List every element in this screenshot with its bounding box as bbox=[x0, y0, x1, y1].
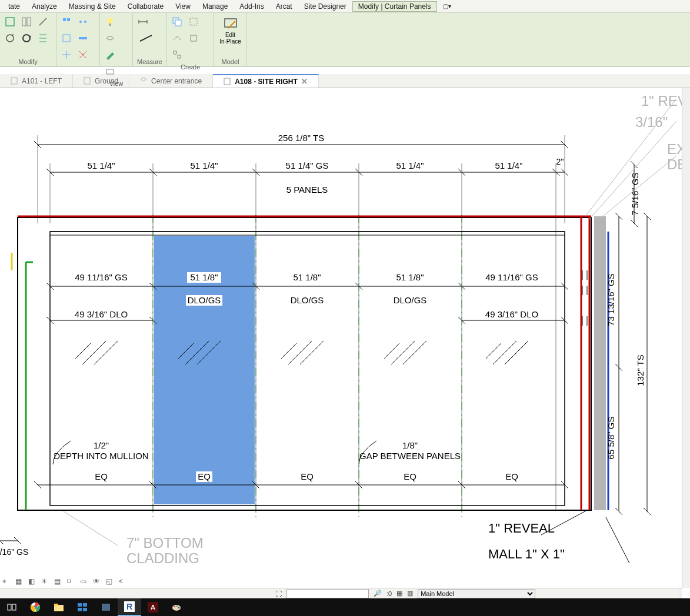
vertical-scrollbar[interactable] bbox=[682, 88, 690, 588]
svg-text:65 5/8" GS: 65 5/8" GS bbox=[606, 417, 616, 460]
svg-line-108 bbox=[64, 511, 118, 545]
menu-massing-site[interactable]: Massing & Site bbox=[63, 1, 122, 12]
doc-tab-a108[interactable]: A108 - SITE RIGHT ✕ bbox=[213, 74, 319, 88]
crop-region-icon[interactable]: ▭ bbox=[80, 577, 91, 587]
windows-taskbar: R A bbox=[0, 598, 690, 616]
svg-rect-116 bbox=[54, 604, 58, 606]
tool-icon[interactable] bbox=[186, 14, 201, 29]
tool-rotate[interactable] bbox=[19, 31, 34, 46]
sun-path-icon[interactable]: ☀ bbox=[41, 577, 52, 587]
menu-analyze[interactable]: Analyze bbox=[26, 1, 63, 12]
tool-icon[interactable] bbox=[75, 31, 91, 46]
svg-text:73 13/16" GS: 73 13/16" GS bbox=[606, 273, 616, 326]
svg-text:DLO/GS: DLO/GS bbox=[291, 295, 324, 305]
tool-lightbulb[interactable] bbox=[102, 14, 118, 29]
status-bar: ⛶ 🔎 :0 ▦ ▥ Main Model bbox=[271, 588, 678, 598]
edit-in-place-button[interactable]: Edit In-Place bbox=[218, 14, 244, 47]
status-bar-left bbox=[0, 588, 271, 598]
tool-icon[interactable] bbox=[75, 14, 91, 29]
tool-icon[interactable] bbox=[2, 14, 18, 29]
svg-text:GAP BETWEEN PANELS: GAP BETWEEN PANELS bbox=[359, 451, 461, 461]
tool-icon[interactable] bbox=[102, 31, 118, 46]
visual-style-icon[interactable]: ◧ bbox=[28, 577, 39, 587]
acrobat-icon[interactable]: A bbox=[141, 598, 165, 616]
menu-manage[interactable]: Manage bbox=[196, 1, 234, 12]
paint-icon[interactable] bbox=[165, 598, 188, 616]
doc-tab-center-entrance[interactable]: Center entrance bbox=[129, 74, 213, 88]
svg-text:51 1/8": 51 1/8" bbox=[190, 272, 218, 282]
menu-modify-curtain-panels[interactable]: Modify | Curtain Panels bbox=[352, 1, 437, 12]
menu-view[interactable]: View bbox=[169, 1, 196, 12]
tool-icon[interactable] bbox=[169, 31, 185, 46]
tool-measure[interactable] bbox=[135, 31, 159, 46]
tool-icon[interactable] bbox=[59, 14, 74, 29]
menu-annotate[interactable]: tate bbox=[2, 1, 26, 12]
app-icon[interactable] bbox=[71, 598, 94, 616]
svg-text:51 1/8": 51 1/8" bbox=[293, 272, 321, 282]
close-icon[interactable]: ✕ bbox=[301, 77, 308, 86]
svg-rect-1 bbox=[22, 18, 26, 26]
menu-arcat[interactable]: Arcat bbox=[270, 1, 298, 12]
svg-text:49 11/16" GS: 49 11/16" GS bbox=[75, 272, 128, 282]
svg-text:DE: DE bbox=[667, 156, 682, 172]
selection-count-field[interactable] bbox=[286, 589, 369, 598]
menu-collaborate[interactable]: Collaborate bbox=[122, 1, 169, 12]
task-view-button[interactable] bbox=[0, 598, 24, 616]
svg-rect-9 bbox=[63, 35, 70, 42]
ribbon-label-model: Model bbox=[216, 57, 244, 66]
hide-icon[interactable]: 👁 bbox=[93, 577, 104, 587]
plan-icon bbox=[84, 77, 91, 85]
svg-rect-2 bbox=[27, 18, 31, 26]
detail-level-icon[interactable]: ▦ bbox=[15, 577, 26, 587]
selection-filter-icon[interactable]: ⛶ bbox=[275, 590, 282, 597]
reveal-icon[interactable]: ◱ bbox=[106, 577, 116, 587]
worksets-icon[interactable]: ▦ bbox=[396, 590, 402, 597]
tool-icon[interactable] bbox=[35, 31, 51, 46]
svg-text:EQ: EQ bbox=[404, 471, 416, 481]
svg-point-11 bbox=[107, 18, 113, 24]
menu-addins[interactable]: Add-Ins bbox=[234, 1, 269, 12]
scale-icon[interactable]: ⌖ bbox=[2, 577, 13, 587]
doc-tab-a101[interactable]: A101 - LEFT bbox=[0, 74, 73, 88]
svg-text:CLADDING: CLADDING bbox=[126, 550, 199, 566]
svg-point-8 bbox=[84, 21, 86, 23]
app-icon-2[interactable] bbox=[94, 598, 118, 616]
revit-icon[interactable]: R bbox=[118, 598, 141, 616]
editable-icon[interactable]: ▥ bbox=[407, 590, 413, 597]
svg-rect-6 bbox=[67, 18, 70, 21]
tool-icon[interactable] bbox=[59, 31, 74, 46]
menu-overflow[interactable]: ▢▾ bbox=[437, 2, 457, 11]
tool-paint[interactable] bbox=[102, 47, 118, 62]
crop-icon[interactable]: ⌑ bbox=[67, 577, 78, 587]
tool-icon[interactable] bbox=[169, 47, 185, 62]
menu-site-designer[interactable]: Site Designer bbox=[298, 1, 352, 12]
ribbon-group-view: View bbox=[100, 13, 133, 66]
tool-icon[interactable] bbox=[75, 47, 91, 62]
svg-text:1/8": 1/8" bbox=[402, 440, 418, 450]
nav-left-icon[interactable]: < bbox=[119, 577, 129, 587]
file-explorer-icon[interactable] bbox=[47, 598, 71, 616]
ribbon-group-measure: Measure bbox=[133, 13, 167, 66]
chrome-icon[interactable] bbox=[24, 598, 47, 616]
svg-rect-117 bbox=[78, 603, 82, 607]
menu-bar: tate Analyze Massing & Site Collaborate … bbox=[0, 0, 690, 13]
tool-dimension[interactable] bbox=[135, 14, 151, 29]
document-tabs: A101 - LEFT Ground Center entrance A108 … bbox=[0, 74, 690, 88]
tool-icon[interactable] bbox=[35, 14, 51, 29]
tool-icon[interactable] bbox=[186, 31, 201, 46]
main-model-select[interactable]: Main Model bbox=[418, 589, 535, 598]
svg-rect-21 bbox=[224, 78, 230, 85]
shadows-icon[interactable]: ▤ bbox=[54, 577, 65, 587]
tool-icon[interactable] bbox=[169, 14, 185, 29]
svg-text:49 3/16" DLO: 49 3/16" DLO bbox=[75, 309, 128, 319]
drawing-canvas[interactable]: 256 1/8" TS 51 1/4" 51 1/4" 51 1/4" GS 5… bbox=[0, 88, 682, 588]
svg-rect-111 bbox=[8, 604, 11, 610]
filter-icon[interactable]: 🔎 bbox=[374, 590, 382, 597]
doc-tab-ground[interactable]: Ground bbox=[73, 74, 129, 88]
tool-icon[interactable] bbox=[2, 31, 18, 46]
svg-text:DLO/GS: DLO/GS bbox=[394, 295, 427, 305]
svg-text:7 5/16" GS: 7 5/16" GS bbox=[630, 173, 640, 216]
tool-icon[interactable] bbox=[19, 14, 34, 29]
tool-icon[interactable] bbox=[59, 47, 74, 62]
svg-text:EQ: EQ bbox=[95, 471, 108, 481]
